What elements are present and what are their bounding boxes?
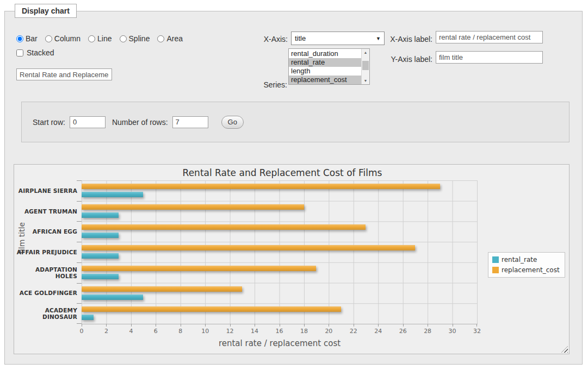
- x-tick-label: 2: [104, 328, 108, 335]
- x-tick-label: 4: [129, 328, 133, 335]
- bar-replacement_cost[interactable]: [82, 306, 341, 312]
- bar-rental_rate[interactable]: [82, 212, 119, 218]
- stacked-checkbox[interactable]: [16, 49, 23, 57]
- bar-replacement_cost[interactable]: [82, 245, 415, 250]
- x-tick-mark: [181, 324, 181, 327]
- chart-type-option-spline: Spline: [120, 34, 150, 43]
- chart-title-input[interactable]: [16, 68, 112, 80]
- bar-rental_rate[interactable]: [82, 315, 94, 320]
- bar-rental_rate[interactable]: [82, 192, 143, 197]
- legend-item-rental_rate[interactable]: rental_rate: [492, 256, 560, 264]
- chart-type-radio-spline[interactable]: [120, 35, 127, 42]
- x-tick-label: 30: [449, 328, 456, 335]
- bar-rental_rate[interactable]: [82, 253, 119, 259]
- x-tick-label: 32: [473, 328, 481, 335]
- x-tick-label: 22: [350, 328, 357, 335]
- x-tick-label: 18: [300, 328, 308, 335]
- bar-replacement_cost[interactable]: [82, 266, 316, 271]
- chart-title: Rental Rate and Replacement Cost of Film…: [14, 167, 550, 178]
- stacked-label: Stacked: [27, 48, 54, 57]
- chart-container: Rental Rate and Replacement Cost of Film…: [14, 164, 570, 354]
- chart-type-label: Spline: [129, 34, 150, 43]
- series-option-rental_rate[interactable]: rental_rate: [289, 58, 361, 67]
- plot-area: AIRPLANE SIERRAAGENT TRUMANAFRICAN EGGAF…: [82, 180, 478, 324]
- x-tick-mark: [329, 324, 329, 327]
- chart-type-label: Column: [54, 34, 81, 43]
- go-button[interactable]: Go: [221, 116, 244, 129]
- x-tick-label: 6: [154, 328, 158, 335]
- chart-type-label: Line: [97, 34, 112, 43]
- x-tick-label: 8: [178, 328, 182, 335]
- bar-replacement_cost[interactable]: [82, 184, 440, 189]
- chart-type-option-area: Area: [157, 34, 183, 43]
- chart-type-radio-bar[interactable]: [16, 35, 23, 42]
- x-tick-label: 10: [201, 328, 209, 335]
- x-tick-mark: [428, 324, 428, 327]
- chart-category-row: [82, 303, 477, 324]
- series-option-replacement_cost[interactable]: replacement_cost: [289, 76, 361, 84]
- start-row-input[interactable]: [70, 116, 106, 128]
- x-axis-label-label: X-Axis label:: [353, 34, 432, 45]
- chart-legend: rental_ratereplacement_cost: [488, 252, 565, 278]
- x-tick-label: 14: [251, 328, 258, 335]
- y-axis-label-label: Y-Axis label:: [353, 54, 432, 65]
- x-tick-label: 0: [80, 328, 84, 335]
- x-tick-label: 20: [325, 328, 332, 335]
- chart-category-row: [82, 201, 477, 222]
- row-range-panel: Start row: Number of rows: Go: [21, 102, 570, 142]
- x-tick-mark: [131, 324, 132, 327]
- x-tick-mark: [378, 324, 379, 327]
- bar-replacement_cost[interactable]: [82, 286, 242, 292]
- y-category-label: AGENT TRUMAN: [15, 201, 77, 222]
- page: Display chart BarColumnLineSplineArea St…: [0, 0, 588, 370]
- bar-rental_rate[interactable]: [82, 274, 119, 279]
- y-tick-mark: [77, 180, 82, 181]
- x-tick-label: 12: [226, 328, 234, 335]
- x-tick-mark: [354, 324, 354, 327]
- num-rows-input[interactable]: [172, 116, 208, 128]
- bar-rental_rate[interactable]: [82, 233, 119, 238]
- resize-handle-icon[interactable]: [561, 346, 568, 353]
- x-tick-mark: [106, 324, 107, 327]
- chart-type-radio-column[interactable]: [45, 35, 52, 42]
- y-tick-mark: [77, 242, 82, 242]
- scroll-down-icon[interactable]: ▼: [362, 77, 369, 84]
- series-options: rental_durationrental_ratelengthreplacem…: [289, 49, 361, 84]
- panel-legend: Display chart: [15, 4, 77, 18]
- legend-label: rental_rate: [502, 256, 537, 264]
- bar-replacement_cost[interactable]: [82, 204, 304, 210]
- y-tick-mark: [77, 283, 82, 284]
- x-tick-mark: [476, 324, 477, 327]
- series-option-length[interactable]: length: [289, 67, 361, 76]
- chart-type-label: Area: [166, 34, 183, 43]
- bar-rental_rate[interactable]: [82, 294, 143, 300]
- x-tick-mark: [403, 324, 404, 327]
- chart-type-radio-area[interactable]: [157, 35, 164, 42]
- legend-swatch-icon: [492, 256, 499, 263]
- chart-category-row: [82, 262, 477, 283]
- legend-label: replacement_cost: [502, 266, 560, 274]
- x-tick-label: 26: [399, 328, 407, 335]
- x-tick-label: 24: [374, 328, 382, 335]
- y-category-label: ACE GOLDFINGER: [15, 283, 77, 304]
- display-chart-panel: Display chart BarColumnLineSplineArea St…: [4, 11, 583, 365]
- x-axis-label-input[interactable]: [436, 31, 543, 43]
- y-tick-mark: [77, 323, 82, 324]
- y-category-label: ACADEMY DINOSAUR: [15, 303, 77, 324]
- y-category-label: AIRPLANE SIERRA: [15, 180, 77, 201]
- bar-replacement_cost[interactable]: [82, 224, 366, 230]
- chart-type-label: Bar: [26, 34, 38, 43]
- x-tick-mark: [156, 324, 156, 327]
- x-tick-mark: [205, 324, 206, 327]
- chart-type-radio-line[interactable]: [88, 35, 95, 42]
- x-axis-select-value: title: [295, 34, 306, 42]
- x-tick-mark: [280, 324, 280, 327]
- legend-item-replacement_cost[interactable]: replacement_cost: [492, 266, 560, 274]
- chart-type-radio-group: BarColumnLineSplineArea: [16, 33, 183, 44]
- chart-type-option-bar: Bar: [16, 34, 38, 43]
- legend-swatch-icon: [492, 267, 499, 273]
- chart-type-option-line: Line: [88, 34, 112, 43]
- y-axis-label-input[interactable]: [436, 51, 543, 64]
- x-tick-mark: [255, 324, 255, 327]
- series-option-rental_duration[interactable]: rental_duration: [289, 49, 361, 58]
